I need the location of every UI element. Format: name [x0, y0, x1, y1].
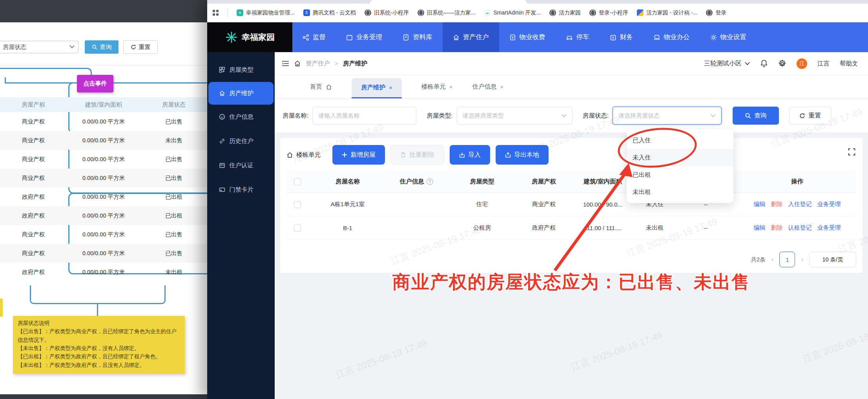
tab-home[interactable]: 首页	[310, 75, 332, 98]
sidebar-item-history-residents[interactable]: 历史住户	[207, 129, 275, 153]
business-accept-link[interactable]: 业务受理	[817, 224, 841, 231]
header-occupant: 住户信息?	[387, 178, 446, 186]
close-icon[interactable]: ×	[449, 83, 453, 90]
query-button[interactable]: 查询	[733, 107, 779, 125]
prev-page-icon[interactable]: ‹	[771, 256, 774, 263]
bookmark-item[interactable]: 活力家园	[549, 9, 581, 16]
status-note-line: 【未出租】：产权类型为政府产权，且没有人员绑定。	[18, 361, 180, 369]
page-number[interactable]: 1	[779, 252, 795, 267]
sidebar-item-house-type[interactable]: 房屋类型	[207, 58, 275, 82]
help-doc-link[interactable]: 帮助文	[840, 60, 860, 68]
active-browser-tab[interactable]	[370, 0, 527, 4]
sidebar-item-property-maintenance[interactable]: 房产维护	[208, 82, 274, 105]
nav-library[interactable]: 资料库	[392, 22, 443, 52]
add-house-button[interactable]: 新增房屋	[332, 145, 385, 165]
table-row: 政府产权0.00/0.00 平方米未出租	[0, 263, 207, 281]
nav-property-fees[interactable]: 物业收费	[499, 22, 556, 52]
next-page-icon[interactable]: ›	[801, 256, 803, 263]
business-accept-link[interactable]: 业务受理	[817, 201, 841, 207]
globe-favicon-icon	[549, 9, 556, 16]
bookmark-item[interactable]: 活力家园 - 设计稿 -...	[637, 9, 698, 16]
bookmark-item[interactable]: ∞SmartAdmin 开发...	[484, 9, 541, 16]
import-icon	[459, 152, 465, 158]
nav-parking[interactable]: 停车	[556, 22, 600, 52]
lw-status-select[interactable]: 房屋状态	[0, 41, 78, 53]
bookmark-item[interactable]: 登录	[706, 9, 726, 16]
home-icon[interactable]	[294, 60, 301, 67]
house-name-input[interactable]: 请输入房屋名称	[312, 107, 416, 125]
checkin-register-link[interactable]: 入住登记	[788, 201, 812, 207]
nav-assets-residents[interactable]: 资产住户	[443, 22, 499, 52]
lw-table-header: 房屋产权 建筑/室内面积 房屋状态	[0, 97, 207, 112]
chevron-down-icon	[69, 45, 75, 49]
bookmark-item[interactable]: ✳幸福家园物业管理...	[237, 9, 295, 16]
delete-link[interactable]: 删除	[771, 224, 783, 231]
house-name-label: 房屋名称:	[283, 112, 308, 120]
building-units-link[interactable]: 楼栋单元	[286, 151, 321, 159]
search-icon	[745, 112, 751, 119]
fullscreen-icon[interactable]	[848, 148, 855, 156]
nav-items: 监督 业务受理 资料库 资产住户 物业收费 停车 财务 物业办公 物业设置	[292, 22, 757, 52]
grid-icon	[219, 67, 225, 73]
sidebar-item-access-card[interactable]: 门禁卡片	[207, 178, 275, 202]
house-type-select[interactable]: 请选择房屋类型	[457, 107, 573, 125]
export-local-button[interactable]: 导出本地	[496, 145, 549, 165]
table-row: 商业产权0.00/0.00 平方米已出售	[0, 112, 207, 131]
status-note: 房屋状态说明 【已出售】：产权类型为商业产权，且已经绑定了角色为业主的住户信息情…	[13, 316, 185, 374]
table-row: 商业产权0.00/0.00 平方米已出售	[0, 150, 207, 169]
edit-link[interactable]: 编辑	[754, 224, 766, 231]
close-icon[interactable]: ×	[500, 83, 504, 90]
bookmark-item[interactable]: 旧系统-小程序	[365, 9, 409, 16]
import-button[interactable]: 导入	[450, 145, 490, 165]
bookmark-item[interactable]: 文腾讯文档 - 云文档	[303, 9, 356, 16]
nav-property-settings[interactable]: 物业设置	[700, 22, 757, 52]
gear-icon[interactable]	[778, 60, 786, 68]
lw-reset-button[interactable]: 重置	[123, 40, 158, 54]
globe-favicon-icon	[589, 9, 596, 16]
sidebar-item-resident-info[interactable]: 住户信息	[207, 105, 275, 129]
bookmark-item[interactable]: 登录-小程序	[589, 9, 628, 16]
batch-delete-button[interactable]: 批量删除	[390, 145, 444, 165]
breadcrumb-section[interactable]: 资产住户	[306, 60, 330, 68]
bell-icon[interactable]	[760, 59, 768, 68]
nav-property-office[interactable]: 物业办公	[643, 22, 700, 52]
community-selector[interactable]: 三轮测试小区	[704, 60, 750, 68]
lw-header-right: 房屋产权	[0, 101, 67, 109]
house-status-select[interactable]: 请选择房屋状态	[613, 107, 722, 125]
edit-link[interactable]: 编辑	[754, 201, 766, 207]
nav-finance[interactable]: 财务	[600, 22, 643, 52]
delete-link[interactable]: 删除	[771, 201, 783, 207]
bookmark-item[interactable]: 旧系统——活力家...	[418, 9, 476, 16]
tab-resident-info[interactable]: 住户信息×	[472, 75, 504, 98]
user-name[interactable]: 江言	[817, 60, 830, 68]
question-icon[interactable]: ?	[427, 178, 433, 185]
breadcrumb-page: 房产维护	[343, 60, 367, 68]
page-size-select[interactable]: 10 条/页	[809, 252, 856, 267]
lw-header-status: 房屋状态	[140, 101, 207, 109]
row-checkbox[interactable]	[294, 225, 301, 232]
breadcrumb-bar: 资产住户 > 房产维护 三轮测试小区 江 江言 帮助文	[275, 52, 868, 75]
status-note-line: 【未出售】：产权类型为商业产权，没有人员绑定。	[18, 344, 180, 352]
apps-grid-icon[interactable]	[213, 10, 219, 16]
header-house-type: 房屋类型	[446, 178, 518, 186]
browser-window: ✳幸福家园物业管理... 文腾讯文档 - 云文档 旧系统-小程序 旧系统——活力…	[207, 0, 868, 399]
tab-property-maintenance[interactable]: 房产维护×	[352, 78, 402, 98]
app-logo[interactable]: 幸福家园	[207, 22, 292, 52]
nav-business[interactable]: 业务受理	[336, 22, 392, 52]
close-icon[interactable]: ×	[389, 84, 392, 91]
sidebar-item-resident-auth[interactable]: 住户认证	[207, 153, 275, 178]
rent-register-link[interactable]: 认租登记	[788, 224, 812, 231]
user-avatar[interactable]: 江	[797, 58, 807, 69]
header-right: 三轮测试小区 江 江言 帮助文	[704, 58, 860, 69]
table-row: 政府产权0.00/0.00 平方米已出租	[0, 187, 207, 206]
lw-query-button[interactable]: 查询	[85, 40, 119, 54]
tab-building-units[interactable]: 楼栋单元×	[421, 75, 453, 98]
background-window-titlebar	[0, 0, 207, 22]
nav-supervision[interactable]: 监督	[292, 22, 336, 52]
reset-button[interactable]: 重置	[789, 107, 832, 125]
collapse-menu-icon[interactable]	[282, 60, 289, 67]
yellow-fragment	[0, 299, 3, 317]
select-all-checkbox[interactable]	[294, 178, 301, 185]
row-checkbox[interactable]	[294, 201, 301, 208]
click-event-tooltip: 点击事件	[77, 75, 113, 92]
